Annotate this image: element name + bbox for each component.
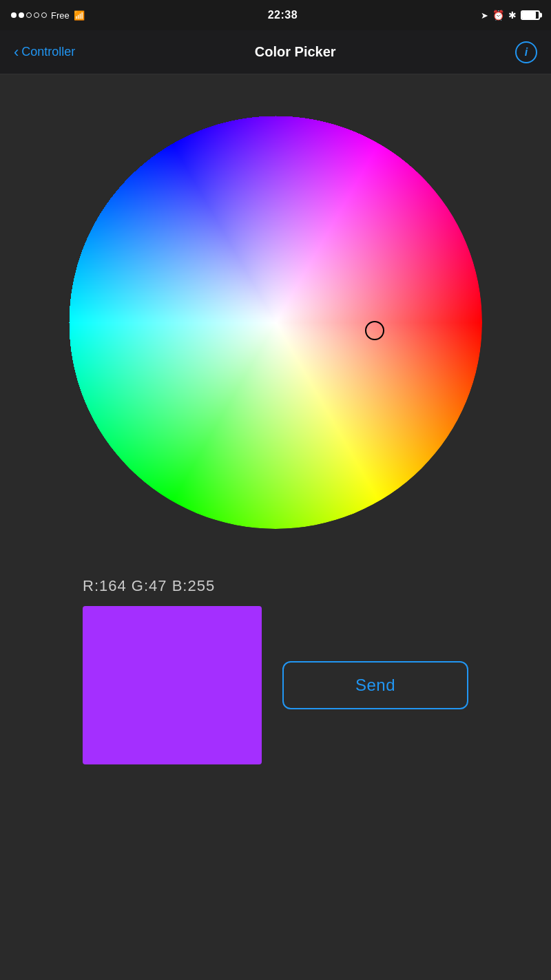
page-title: Color Picker [255,44,336,60]
status-right: ➤ ⏰ ✱ [481,10,540,21]
info-button[interactable]: i [515,41,537,63]
status-bar: Free 📶 22:38 ➤ ⏰ ✱ [0,0,551,30]
status-left: Free 📶 [11,10,85,21]
color-preview-row: Send [83,606,468,764]
carrier-label: Free [51,10,70,21]
dot-4 [34,12,39,18]
dot-1 [11,12,17,18]
send-label: Send [355,676,395,695]
main-content: R:164 G:47 B:255 Send [0,74,551,806]
bluetooth-icon: ✱ [508,10,517,21]
alarm-icon: ⏰ [492,10,504,21]
battery-icon [521,10,540,20]
dot-3 [26,12,32,18]
send-button[interactable]: Send [282,661,468,709]
back-chevron-icon: ‹ [14,45,19,60]
location-icon: ➤ [481,10,488,21]
battery-fill [522,12,536,19]
signal-dots [11,12,47,18]
back-label: Controller [21,45,75,59]
nav-bar: ‹ Controller Color Picker i [0,30,551,74]
back-button[interactable]: ‹ Controller [14,45,75,60]
color-wheel[interactable] [69,116,482,529]
dot-5 [41,12,47,18]
status-time: 22:38 [268,9,298,21]
color-wheel-container[interactable] [69,116,482,529]
color-preview-swatch [83,606,262,764]
rgb-values-text: R:164 G:47 B:255 [83,577,468,595]
wifi-icon: 📶 [74,10,85,21]
info-icon: i [525,46,528,59]
rgb-display: R:164 G:47 B:255 Send [41,563,510,778]
dot-2 [19,12,24,18]
